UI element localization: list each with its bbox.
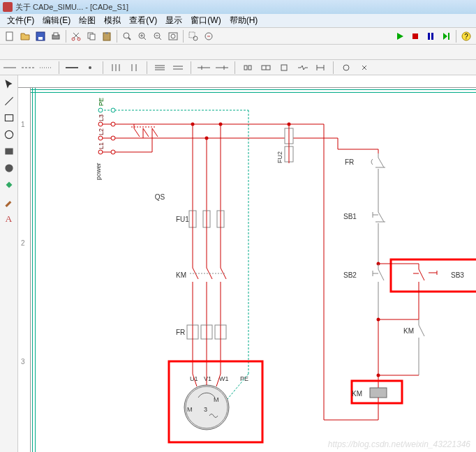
svg-line-147 — [378, 158, 384, 167]
svg-text:FR: FR — [176, 329, 185, 336]
cut-icon[interactable] — [69, 29, 83, 43]
svg-point-61 — [98, 108, 103, 112]
svg-point-69 — [98, 136, 103, 140]
menu-show[interactable]: 显示 — [161, 13, 186, 28]
svg-point-55 — [5, 130, 13, 138]
rect-icon[interactable] — [3, 112, 15, 124]
svg-text:M: M — [187, 406, 193, 413]
print-icon[interactable] — [49, 29, 63, 43]
hatch1-icon[interactable] — [153, 63, 167, 73]
line-solid-icon[interactable] — [3, 63, 17, 73]
help-icon[interactable]: ? — [459, 29, 473, 43]
svg-rect-0 — [6, 32, 13, 40]
menubar: 文件(F) 编辑(E) 绘图 模拟 查看(V) 显示 窗口(W) 帮助(H) — [0, 14, 476, 28]
svg-rect-21 — [431, 33, 433, 40]
zoom-in-icon[interactable] — [135, 29, 149, 43]
svg-point-62 — [111, 108, 115, 112]
comp3-icon[interactable] — [277, 63, 291, 73]
svg-rect-10 — [105, 32, 108, 34]
brush-icon[interactable] — [3, 195, 15, 208]
tool-panel: A — [0, 75, 18, 452]
comp1-icon[interactable] — [241, 63, 255, 73]
circle-icon[interactable] — [3, 128, 15, 141]
svg-point-88 — [191, 123, 195, 126]
fillrect-icon[interactable] — [3, 145, 15, 158]
lines2-icon[interactable] — [127, 63, 141, 73]
line-dot-icon[interactable] — [39, 63, 53, 73]
line-dash-icon[interactable] — [21, 63, 35, 73]
ruler-num: 2 — [21, 239, 25, 247]
svg-rect-54 — [5, 115, 13, 121]
open-icon[interactable] — [18, 29, 32, 43]
paint-icon[interactable] — [3, 179, 15, 191]
svg-point-57 — [5, 164, 13, 172]
svg-point-68 — [111, 122, 115, 126]
toolbar-tabs — [0, 45, 476, 60]
svg-line-80 — [143, 128, 149, 137]
svg-point-15 — [171, 34, 175, 38]
ruler-num: 3 — [21, 358, 25, 366]
node-icon[interactable] — [83, 63, 97, 73]
copy-icon[interactable] — [84, 29, 98, 43]
menu-edit[interactable]: 编辑(E) — [38, 13, 75, 28]
hatch2-icon[interactable] — [171, 63, 185, 73]
svg-rect-44 — [244, 66, 247, 70]
menu-draw[interactable]: 绘图 — [75, 13, 100, 28]
zoom-fit-icon[interactable] — [166, 29, 180, 43]
canvas[interactable]: PE L3 L2 L1 power — [31, 88, 476, 452]
new-icon[interactable] — [3, 29, 17, 43]
fillcirc-icon[interactable] — [3, 162, 15, 174]
comp6-icon[interactable] — [339, 63, 353, 73]
svg-point-70 — [111, 136, 115, 140]
save-icon[interactable] — [34, 29, 47, 43]
svg-rect-20 — [428, 33, 430, 40]
svg-point-89 — [205, 137, 209, 140]
comp7-icon[interactable] — [357, 63, 371, 73]
svg-rect-2 — [38, 37, 43, 40]
svg-text:3: 3 — [204, 406, 207, 413]
menu-help[interactable]: 帮助(H) — [225, 13, 262, 28]
cap1-icon[interactable] — [197, 63, 211, 73]
svg-text:V1: V1 — [204, 375, 211, 382]
menu-view[interactable]: 查看(V) — [125, 13, 161, 28]
comp4-icon[interactable] — [295, 63, 309, 73]
svg-text:SB1: SB1 — [343, 213, 357, 220]
pause-icon[interactable] — [424, 29, 438, 43]
zoom-free-icon[interactable] — [202, 29, 216, 43]
svg-text:SB2: SB2 — [343, 271, 357, 279]
paste-icon[interactable] — [100, 29, 114, 43]
play-icon[interactable] — [393, 29, 407, 43]
ruler-num: 1 — [21, 121, 25, 128]
find-icon[interactable] — [120, 29, 134, 43]
pointer-icon[interactable] — [3, 78, 15, 91]
circuit-diagram: PE L3 L2 L1 power — [31, 88, 476, 451]
comp5-icon[interactable] — [313, 63, 327, 73]
svg-line-152 — [378, 212, 384, 222]
svg-text:KM: KM — [352, 390, 362, 398]
line-icon[interactable] — [3, 95, 15, 107]
svg-text:PE: PE — [240, 375, 248, 382]
svg-rect-8 — [90, 34, 95, 40]
svg-line-160 — [378, 269, 384, 280]
stop-icon[interactable] — [408, 29, 422, 43]
menu-file[interactable]: 文件(F) — [3, 13, 38, 28]
cap2-icon[interactable] — [215, 63, 229, 73]
svg-text:U1: U1 — [190, 375, 198, 382]
lines3-icon[interactable] — [109, 63, 123, 73]
svg-text:L1: L1 — [98, 142, 105, 149]
svg-point-17 — [193, 36, 198, 40]
svg-text:power: power — [95, 163, 102, 180]
svg-rect-4 — [54, 33, 58, 36]
text-icon[interactable]: A — [3, 212, 15, 225]
svg-point-67 — [98, 122, 103, 126]
svg-line-178 — [419, 325, 424, 336]
zoom-out-icon[interactable] — [151, 29, 165, 43]
svg-line-53 — [5, 97, 13, 105]
app-icon — [3, 2, 13, 12]
line-thick-icon[interactable] — [65, 63, 79, 73]
menu-sim[interactable]: 模拟 — [100, 13, 125, 28]
zoom-area-icon[interactable] — [186, 29, 200, 43]
step-icon[interactable] — [439, 29, 453, 43]
comp2-icon[interactable] — [259, 63, 273, 73]
menu-window[interactable]: 窗口(W) — [186, 13, 225, 28]
